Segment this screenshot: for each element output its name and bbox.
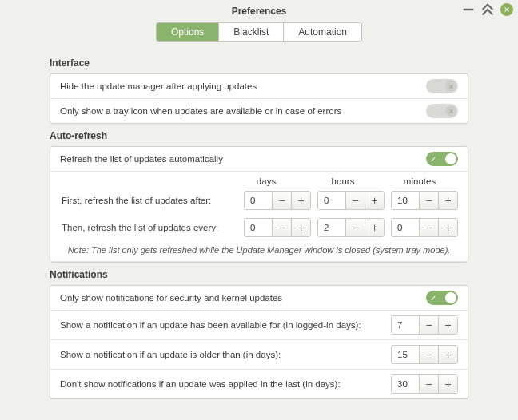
minus-button[interactable]: − xyxy=(345,192,365,209)
plus-button[interactable]: + xyxy=(438,316,457,334)
minus-button[interactable]: − xyxy=(419,375,438,393)
time-headers: days hours minutes xyxy=(50,172,468,188)
input-available-days[interactable] xyxy=(392,316,419,334)
section-title-notifications: Notifications xyxy=(50,269,468,280)
label-notify-security-only: Only show notifications for security and… xyxy=(60,293,426,303)
label-then-refresh: Then, refresh the list of updates every: xyxy=(62,223,237,232)
x-icon xyxy=(445,105,456,117)
minus-button[interactable]: − xyxy=(419,192,438,209)
knob xyxy=(445,292,456,303)
tab-group: Options Blacklist Automation xyxy=(156,22,362,42)
label-notify-available-days: Show a notification if an update has bee… xyxy=(60,320,391,330)
panel-autorefresh: Refresh the list of updates automaticall… xyxy=(50,146,468,263)
minus-button[interactable]: − xyxy=(419,316,438,334)
spinner-then-minutes[interactable]: −+ xyxy=(391,218,458,237)
input-then-minutes[interactable] xyxy=(392,219,419,236)
minus-button[interactable]: − xyxy=(345,219,365,236)
tab-options[interactable]: Options xyxy=(157,23,219,41)
spinner-older-days[interactable]: −+ xyxy=(391,345,458,364)
minus-button[interactable]: − xyxy=(272,192,291,209)
tab-automation[interactable]: Automation xyxy=(284,23,361,41)
spinner-first-hours[interactable]: −+ xyxy=(317,191,385,210)
x-icon xyxy=(445,81,456,92)
label-notify-older-days: Show a notification if an update is olde… xyxy=(60,350,391,359)
input-applied-days[interactable] xyxy=(392,375,419,393)
row-notify-available-days: Show a notification if an update has bee… xyxy=(50,311,468,340)
plus-button[interactable]: + xyxy=(365,219,384,236)
spinner-first-days[interactable]: −+ xyxy=(244,191,311,210)
toggle-autorefresh[interactable]: ✓ xyxy=(426,152,458,166)
plus-button[interactable]: + xyxy=(291,219,310,236)
check-icon: ✓ xyxy=(430,294,436,303)
section-autorefresh: Auto-refresh Refresh the list of updates… xyxy=(50,130,468,263)
input-first-days[interactable] xyxy=(245,192,272,209)
toggle-tray-only[interactable] xyxy=(426,104,458,118)
minimize-button[interactable] xyxy=(462,3,475,16)
plus-button[interactable]: + xyxy=(438,219,457,236)
panel-interface: Hide the update manager after applying u… xyxy=(50,73,468,124)
input-first-minutes[interactable] xyxy=(392,192,419,209)
knob xyxy=(445,153,456,164)
row-notify-older-days: Show a notification if an update is olde… xyxy=(50,340,468,370)
section-title-interface: Interface xyxy=(50,57,468,69)
minus-button[interactable]: − xyxy=(419,219,438,236)
toggle-notify-security-only[interactable]: ✓ xyxy=(426,291,458,305)
plus-button[interactable]: + xyxy=(438,192,457,209)
row-autorefresh-enable: Refresh the list of updates automaticall… xyxy=(50,147,468,172)
input-then-hours[interactable] xyxy=(318,219,345,236)
header-minutes: minutes xyxy=(381,172,458,188)
section-title-autorefresh: Auto-refresh xyxy=(50,130,468,141)
row-notify-security-only: Only show notifications for security and… xyxy=(50,286,468,311)
header-hours: hours xyxy=(305,172,381,188)
plus-button[interactable]: + xyxy=(438,375,457,393)
label-first-refresh: First, refresh the list of updates after… xyxy=(62,196,237,205)
plus-button[interactable]: + xyxy=(438,346,457,363)
toggle-hide-after-update[interactable] xyxy=(426,79,458,93)
row-tray-only: Only show a tray icon when updates are a… xyxy=(50,99,468,123)
spinner-available-days[interactable]: −+ xyxy=(391,315,458,335)
label-hide-after-update: Hide the update manager after applying u… xyxy=(60,81,426,91)
input-older-days[interactable] xyxy=(392,346,419,363)
window-controls xyxy=(462,3,513,16)
plus-button[interactable]: + xyxy=(291,192,310,209)
minus-button[interactable]: − xyxy=(419,346,438,363)
titlebar: Preferences xyxy=(0,0,518,22)
input-then-days[interactable] xyxy=(245,219,272,236)
spinner-first-minutes[interactable]: −+ xyxy=(391,191,458,210)
spinner-then-hours[interactable]: −+ xyxy=(317,218,385,237)
panel-notifications: Only show notifications for security and… xyxy=(50,285,468,399)
tab-bar: Options Blacklist Automation xyxy=(0,22,518,46)
section-notifications: Notifications Only show notifications fo… xyxy=(50,269,468,399)
header-days: days xyxy=(228,172,305,188)
spinner-then-days[interactable]: −+ xyxy=(244,218,311,237)
label-notify-applied-days: Don't show notifications if an update wa… xyxy=(60,379,391,389)
label-tray-only: Only show a tray icon when updates are a… xyxy=(60,106,426,116)
row-notify-applied-days: Don't show notifications if an update wa… xyxy=(50,370,468,398)
plus-button[interactable]: + xyxy=(365,192,384,209)
label-autorefresh-enable: Refresh the list of updates automaticall… xyxy=(60,154,426,164)
input-first-hours[interactable] xyxy=(318,192,345,209)
close-button[interactable] xyxy=(500,3,513,16)
spinner-applied-days[interactable]: −+ xyxy=(391,374,458,394)
content-area: Interface Hide the update manager after … xyxy=(0,46,518,409)
autorefresh-note: Note: The list only gets refreshed while… xyxy=(50,242,468,261)
row-then-refresh: Then, refresh the list of updates every:… xyxy=(50,215,468,242)
minus-button[interactable]: − xyxy=(272,219,291,236)
tab-blacklist[interactable]: Blacklist xyxy=(219,23,284,41)
check-icon: ✓ xyxy=(430,155,436,164)
row-hide-after-update: Hide the update manager after applying u… xyxy=(50,74,468,99)
section-interface: Interface Hide the update manager after … xyxy=(50,57,468,124)
row-first-refresh: First, refresh the list of updates after… xyxy=(50,188,468,215)
window-title: Preferences xyxy=(232,6,287,17)
maximize-button[interactable] xyxy=(481,3,494,16)
